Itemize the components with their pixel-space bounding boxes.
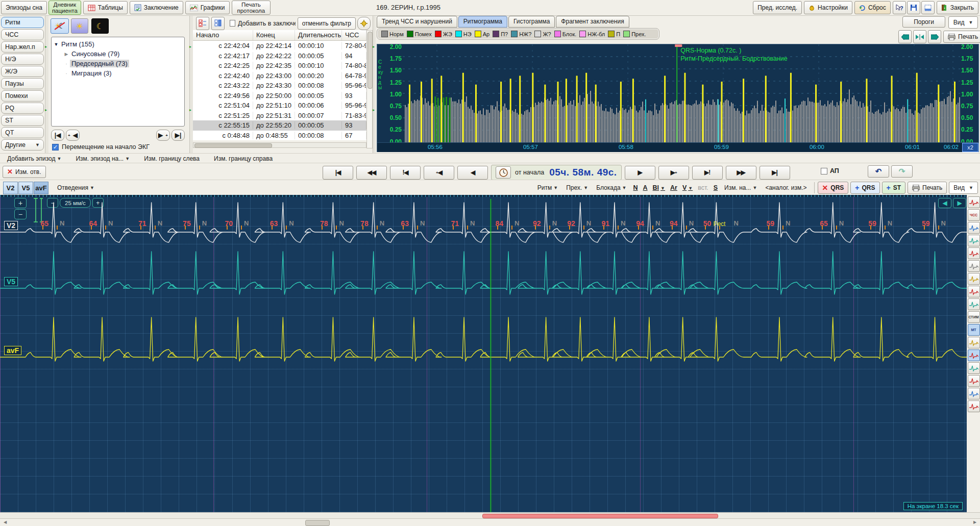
close-button[interactable]: Закрыть [937,1,978,14]
beat-type-button-A[interactable]: A [641,183,650,192]
time-mode-button[interactable] [496,166,511,179]
table-row[interactable]: с 22:42:40до 22:43:0000:00:2064-78-9 [193,71,366,81]
beat-type-button-Bl[interactable]: Bl▼ [650,183,668,192]
lead-button-avF[interactable]: avF [34,182,48,194]
episode-list-blue-button[interactable] [211,17,225,30]
go-start-button[interactable]: |◀ [323,166,353,180]
beat-type-button-N[interactable]: N [631,183,641,192]
column-header-0[interactable]: Начало [193,30,253,40]
ecg-hscroll-thumb[interactable] [305,520,330,526]
tree-root-item[interactable]: ▼Ритм (155) [53,39,183,49]
scrollbar-left-arrow[interactable]: ◀ [1,520,9,525]
next-beat-button[interactable]: ▶+ [658,166,689,180]
filter-night-button[interactable]: ☾ [91,18,109,34]
add-st-button[interactable]: +ST [882,182,906,194]
table-row[interactable]: с 22:42:04до 22:42:1400:00:1072-80-9 [193,41,366,51]
tool-wave-9-button[interactable] [968,337,980,348]
tree-item-1[interactable]: ·Предсердный (73) [53,59,183,68]
prev-beat-button[interactable]: +◀ [424,166,454,180]
filter-all-day-button[interactable]: ☀☾ [51,18,69,34]
tool-wave-14-button[interactable] [968,400,980,412]
sidebar-item-0[interactable]: Ритм [1,17,44,28]
filter-settings-button[interactable] [357,17,371,30]
sidebar-item-7[interactable]: PQ [1,103,44,114]
beat-type-button-вст.[interactable]: вст. [695,183,711,192]
print-protocol-button[interactable]: Печать протокола [232,1,271,15]
tool-mt-button[interactable]: МТ [968,324,980,336]
tool-stim-button[interactable]: СТИМ [968,311,980,323]
tool-wave-6-button[interactable] [968,273,980,285]
lead-button-V2[interactable]: V2 [3,182,18,194]
column-header-1[interactable]: Конец [253,30,295,40]
rhythm-zoom-badge[interactable]: x2 [962,143,978,152]
episode-action-2[interactable]: Изм. границу слева [140,154,204,163]
scroll-left-button[interactable] [898,30,912,43]
table-row[interactable]: с 22:49:56до 22:50:0000:00:0593 [193,91,366,101]
column-header-2[interactable]: Длительность [295,30,342,40]
table-row[interactable]: с 22:43:22до 22:43:3000:00:0895-96-9 [193,81,366,91]
next-mark-button[interactable]: ▶! [692,166,723,180]
conclusion-button[interactable]: Заключение [130,1,183,14]
tool-wave-2-button[interactable] [968,222,980,234]
episode-list-red-button[interactable] [196,17,209,30]
table-vscrollbar[interactable] [366,30,373,148]
add-to-conclusion-checkbox[interactable] [230,20,235,27]
step-forward-button[interactable]: ▶ [625,166,655,180]
ecg-position-thumb[interactable] [482,514,718,518]
episode-action-0[interactable]: Добавить эпизод▼ [3,154,65,163]
change-lead-button[interactable]: ✕ Изм. отв. [3,166,46,178]
last-episode-button[interactable]: ▶| [172,130,185,141]
sidebar-item-4[interactable]: Ж/Э [1,66,44,77]
fast-forward-button[interactable]: ▶▶ [726,166,756,180]
tables-button[interactable]: Таблицы [83,1,128,14]
lead-button-V5[interactable]: V5 [18,182,33,194]
leads-dropdown[interactable]: Отведения▼ [53,183,99,192]
ecg-view-button[interactable]: Вид▼ [949,182,978,194]
ecg-position-track[interactable] [0,512,980,518]
tool-wave-12-button[interactable] [968,375,980,387]
table-row[interactable]: с 22:51:25до 22:51:3100:00:0771-83-9 [193,111,366,121]
sidebar-item-2[interactable]: Нар.жел.п [1,41,44,53]
table-hscrollbar[interactable] [193,142,366,148]
tab-3[interactable]: Фрагмент заключения [556,16,629,28]
marker-menu-1[interactable]: Прех.▼ [562,183,592,192]
table-row[interactable]: с 0:48:48до 0:48:5500:00:0867 [193,131,366,141]
ecg-canvas[interactable]: + − − 25 мм/с + ◀ ▶ 65N64N71N75N70N63N78… [0,195,967,512]
ecg-print-button[interactable]: Печать [908,182,947,194]
tool-wave-11-button[interactable] [968,362,980,374]
ecg-cursor-line[interactable] [491,199,491,512]
column-header-3[interactable]: ЧСС [342,30,366,40]
tool-wave-10-button[interactable] [968,349,980,361]
ap-checkbox[interactable] [821,168,827,174]
filter-day-button[interactable]: ☀ [71,18,88,34]
first-episode-button[interactable]: |◀ [51,130,64,141]
episode-action-3[interactable]: Изм. границу справа [210,154,277,163]
thresholds-button[interactable]: Пороги [902,16,945,28]
tool-wave-8-button[interactable] [968,298,980,310]
episode-action-1[interactable]: Изм. эпизод на...▼ [71,154,134,163]
tab-1[interactable]: Ритмограмма [458,16,507,28]
context-help-button[interactable]: ? [893,1,906,14]
step-back-button[interactable]: ◀ [457,166,488,180]
redo-button[interactable]: ↷ [891,165,913,178]
tool-wave-1-button[interactable] [968,196,980,208]
tool-wave-5-button[interactable] [968,260,980,272]
bottom-panel-button[interactable] [921,1,935,14]
prev-study-button[interactable]: Пред. исслед. [753,1,802,14]
sidebar-item-9[interactable]: QT [1,127,44,138]
table-row[interactable]: с 22:55:15до 22:55:2000:00:0593 [193,120,366,131]
tool-wave-7-button[interactable] [968,286,980,297]
prev-mark-button[interactable]: !◀ [390,166,421,180]
sidebar-item-3[interactable]: Н/Э [1,54,44,65]
table-row[interactable]: с 22:42:25до 22:42:3500:00:1074-80-8 [193,61,366,71]
tool-hr-button[interactable]: ЧСС [968,209,980,221]
sidebar-item-6[interactable]: Помехи [1,90,44,102]
move-to-ecg-start-checkbox[interactable]: ✓ [52,144,59,151]
table-header[interactable]: НачалоКонецДлительностьЧСС [193,30,366,41]
analog-change-button[interactable]: <аналог. изм.> [761,183,811,192]
go-end-button[interactable]: ▶| [760,166,790,180]
reset-button[interactable]: Сброс [854,1,891,14]
prev-episode-button[interactable]: +◀ [66,130,80,141]
delete-qrs-button[interactable]: ✕QRS [818,182,849,194]
beat-type-button-Ar[interactable]: Ar [668,183,680,192]
